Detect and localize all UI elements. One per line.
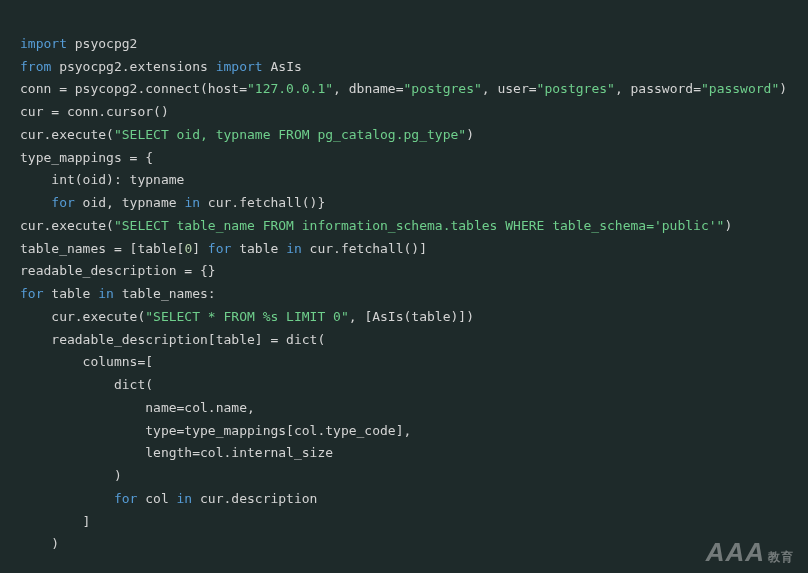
code-line: cur.execute("SELECT oid, typname FROM pg… bbox=[20, 127, 474, 142]
code-line: int(oid): typname bbox=[20, 172, 184, 187]
code-line: for table in table_names: bbox=[20, 286, 216, 301]
string-literal: "SELECT oid, typname FROM pg_catalog.pg_… bbox=[114, 127, 466, 142]
string-literal: "postgres" bbox=[404, 81, 482, 96]
class-name: AsIs bbox=[270, 59, 301, 74]
code-line: for col in cur.description bbox=[20, 491, 317, 506]
keyword-for: for bbox=[51, 195, 74, 210]
code-line: ] bbox=[20, 514, 90, 529]
code-line: cur = conn.cursor() bbox=[20, 104, 169, 119]
watermark-brand: AAA bbox=[706, 539, 765, 565]
code-line: from psyocpg2.extensions import AsIs bbox=[20, 59, 302, 74]
keyword-in: in bbox=[286, 241, 302, 256]
keyword-in: in bbox=[177, 491, 193, 506]
string-literal: "127.0.0.1" bbox=[247, 81, 333, 96]
code-line: columns=[ bbox=[20, 354, 153, 369]
code-line: import psyocpg2 bbox=[20, 36, 137, 51]
keyword-for: for bbox=[208, 241, 231, 256]
string-literal: "postgres" bbox=[537, 81, 615, 96]
code-line: cur.execute("SELECT table_name FROM info… bbox=[20, 218, 732, 233]
code-line: readable_description[table] = dict( bbox=[20, 332, 325, 347]
string-literal: "password" bbox=[701, 81, 779, 96]
keyword-import: import bbox=[20, 36, 67, 51]
code-line: readable_description = {} bbox=[20, 263, 216, 278]
keyword-for: for bbox=[20, 286, 43, 301]
keyword-for: for bbox=[114, 491, 137, 506]
keyword-in: in bbox=[98, 286, 114, 301]
code-line: table_names = [table[0] for table in cur… bbox=[20, 241, 427, 256]
string-literal: "SELECT * FROM %s LIMIT 0" bbox=[145, 309, 349, 324]
watermark-suffix: 教育 bbox=[768, 551, 794, 565]
module-name: psyocpg2.extensions bbox=[59, 59, 208, 74]
keyword-import: import bbox=[216, 59, 263, 74]
code-line: conn = psycopg2.connect(host="127.0.0.1"… bbox=[20, 81, 787, 96]
keyword-from: from bbox=[20, 59, 51, 74]
code-block: import psyocpg2 from psyocpg2.extensions… bbox=[0, 0, 808, 566]
code-line: cur.execute("SELECT * FROM %s LIMIT 0", … bbox=[20, 309, 474, 324]
code-line: dict( bbox=[20, 377, 153, 392]
string-literal: "SELECT table_name FROM information_sche… bbox=[114, 218, 724, 233]
code-line: ) bbox=[20, 536, 59, 551]
code-line: ) bbox=[20, 468, 122, 483]
code-line: for oid, typname in cur.fetchall()} bbox=[20, 195, 325, 210]
code-line: type=type_mappings[col.type_code], bbox=[20, 423, 411, 438]
code-line: name=col.name, bbox=[20, 400, 255, 415]
watermark: AAA 教育 bbox=[706, 539, 794, 565]
code-line: type_mappings = { bbox=[20, 150, 153, 165]
code-line: length=col.internal_size bbox=[20, 445, 333, 460]
module-name: psyocpg2 bbox=[75, 36, 138, 51]
keyword-in: in bbox=[184, 195, 200, 210]
